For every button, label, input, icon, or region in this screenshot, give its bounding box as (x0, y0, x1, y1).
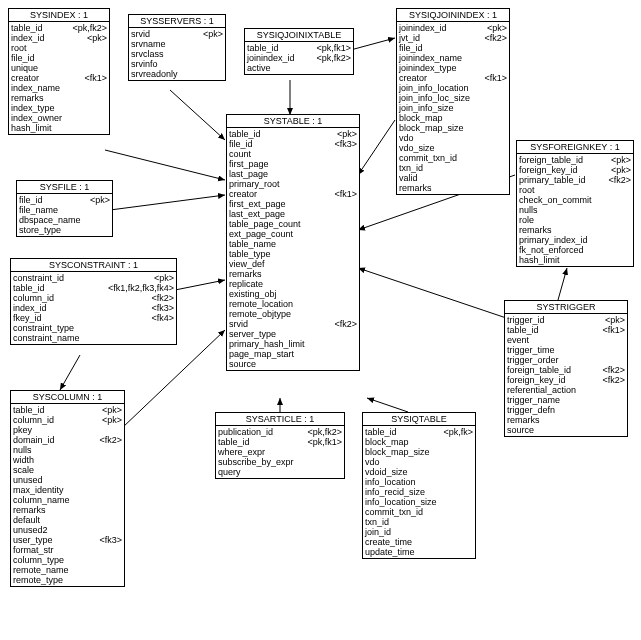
attribute-name: table_id (13, 283, 108, 293)
attribute-key: <fk2> (334, 319, 357, 329)
attribute-row: join_id (365, 527, 473, 537)
attribute-name: block_map (365, 437, 473, 447)
attribute-row: remarks (13, 505, 122, 515)
attribute-row: joinindex_type (399, 63, 507, 73)
attribute-row: column_id<fk2> (13, 293, 174, 303)
attribute-name: remarks (399, 183, 507, 193)
entity-title: SYSIQJOININDEX : 1 (397, 9, 509, 22)
attribute-key: <pk,fk2> (72, 23, 107, 33)
svg-line-5 (110, 195, 225, 210)
attribute-name: info_location (365, 477, 473, 487)
attribute-row: file_id (399, 43, 507, 53)
attribute-row: count (229, 149, 357, 159)
attribute-name: foreign_table_id (519, 155, 611, 165)
attribute-name: constraint_name (13, 333, 174, 343)
attribute-row: srvid<fk2> (229, 319, 357, 329)
attribute-row: remote_type (13, 575, 122, 585)
attribute-name: source (229, 359, 357, 369)
attribute-row: creator<fk1> (229, 189, 357, 199)
attribute-name: index_id (11, 33, 87, 43)
attribute-name: column_id (13, 415, 102, 425)
attribute-name: jvt_id (399, 33, 484, 43)
attribute-row: constraint_type (13, 323, 174, 333)
attribute-row: pkey (13, 425, 122, 435)
attribute-name: domain_id (13, 435, 99, 445)
attribute-name: subscribe_by_expr (218, 457, 342, 467)
attribute-row: default (13, 515, 122, 525)
attribute-name: vdo (365, 457, 473, 467)
attribute-name: constraint_id (13, 273, 154, 283)
attribute-key: <fk2> (608, 175, 631, 185)
attribute-name: info_location_size (365, 497, 473, 507)
attribute-name: valid (399, 173, 507, 183)
attribute-name: page_map_start (229, 349, 357, 359)
attribute-key: <pk> (87, 33, 107, 43)
attribute-name: srvname (131, 39, 223, 49)
attribute-name: remarks (11, 93, 107, 103)
attribute-row: nulls (519, 205, 631, 215)
attribute-name: table_id (11, 23, 72, 33)
attribute-key: <fk1> (602, 325, 625, 335)
entity-systrigger: SYSTRIGGER trigger_id<pk>table_id<fk1>ev… (504, 300, 628, 437)
attribute-name: nulls (13, 445, 122, 455)
attribute-name: file_name (19, 205, 110, 215)
attribute-name: unused (13, 475, 122, 485)
attribute-name: file_id (11, 53, 107, 63)
attribute-row: info_recid_size (365, 487, 473, 497)
attribute-row: trigger_defn (507, 405, 625, 415)
attribute-row: remarks (399, 183, 507, 193)
attribute-row: trigger_id<pk> (507, 315, 625, 325)
attribute-name: info_recid_size (365, 487, 473, 497)
svg-line-10 (367, 398, 408, 412)
attribute-name: block_map (399, 113, 507, 123)
attribute-name: trigger_defn (507, 405, 625, 415)
attribute-name: joinindex_id (399, 23, 487, 33)
attribute-row: unused (13, 475, 122, 485)
attribute-name: primary_index_id (519, 235, 631, 245)
attribute-name: unique (11, 63, 107, 73)
attribute-row: user_type<fk3> (13, 535, 122, 545)
attribute-row: view_def (229, 259, 357, 269)
entity-sysfile: SYSFILE : 1 file_id<pk>file_namedbspace_… (16, 180, 113, 237)
svg-line-4 (358, 120, 395, 175)
attribute-name: fkey_id (13, 313, 151, 323)
attribute-name: block_map_size (399, 123, 507, 133)
attribute-row: table_id<pk,fk1> (218, 437, 342, 447)
attribute-row: srvinfo (131, 59, 223, 69)
entity-title: SYSFILE : 1 (17, 181, 112, 194)
attribute-row: joinindex_name (399, 53, 507, 63)
attribute-row: foreign_key_id<pk> (519, 165, 631, 175)
attribute-name: count (229, 149, 357, 159)
entity-title: SYSTABLE : 1 (227, 115, 359, 128)
attribute-row: first_ext_page (229, 199, 357, 209)
entity-title: SYSIQJOINIXTABLE (245, 29, 353, 42)
attribute-row: max_identity (13, 485, 122, 495)
attribute-key: <pk,fk1> (316, 43, 351, 53)
attribute-row: vdo (365, 457, 473, 467)
attribute-name: trigger_order (507, 355, 625, 365)
entity-sysiqjoinindex: SYSIQJOININDEX : 1 joinindex_id<pk>jvt_i… (396, 8, 510, 195)
attribute-row: block_map_size (399, 123, 507, 133)
attribute-name: publication_id (218, 427, 307, 437)
attribute-name: index_name (11, 83, 107, 93)
attribute-name: last_page (229, 169, 357, 179)
attribute-name: format_str (13, 545, 122, 555)
svg-line-12 (358, 268, 527, 325)
attribute-row: primary_hash_limit (229, 339, 357, 349)
attribute-name: first_page (229, 159, 357, 169)
attribute-row: joinindex_id<pk> (399, 23, 507, 33)
attribute-name: dbspace_name (19, 215, 110, 225)
entity-body: table_id<pk,fk>block_mapblock_map_sizevd… (363, 426, 475, 558)
attribute-name: replicate (229, 279, 357, 289)
attribute-name: table_name (229, 239, 357, 249)
attribute-name: unused2 (13, 525, 122, 535)
attribute-key: <pk,fk2> (307, 427, 342, 437)
attribute-name: trigger_name (507, 395, 625, 405)
attribute-name: foreign_key_id (519, 165, 611, 175)
svg-line-6 (175, 280, 225, 290)
attribute-name: remarks (507, 415, 625, 425)
attribute-name: root (519, 185, 631, 195)
attribute-name: srvid (229, 319, 334, 329)
attribute-row: index_type (11, 103, 107, 113)
attribute-row: jvt_id<fk2> (399, 33, 507, 43)
